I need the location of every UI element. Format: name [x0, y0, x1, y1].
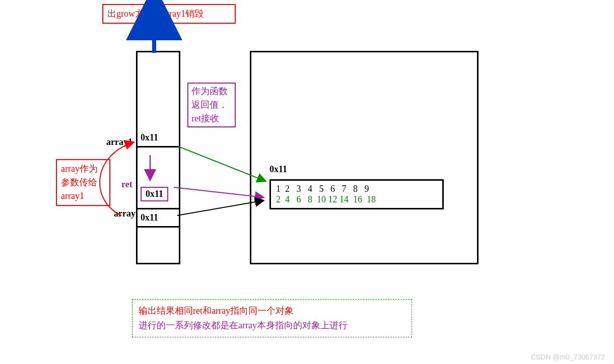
heap-row1: 1 2 3 4 5 6 7 8 9: [276, 184, 437, 194]
ret-note-line1: 作为函数: [191, 85, 232, 98]
stack-row-array: 0x11: [138, 209, 179, 228]
left-note-line2: 参数传给: [61, 176, 105, 189]
watermark: CSDN @m0_73067372: [531, 353, 605, 361]
bottom-line1: 输出结果相同ret和array指向同一个对象: [139, 304, 405, 318]
ret-value: 0x11: [146, 189, 163, 199]
ret-note-box: 作为函数 返回值， ret接收: [187, 83, 236, 127]
left-note-line1: array作为: [61, 162, 105, 176]
heap-addr: 0x11: [269, 164, 287, 175]
stack-array-value: 0x11: [141, 212, 158, 223]
stack-row-array1: 0x11: [138, 129, 179, 148]
label-ret: ret: [121, 179, 132, 190]
ret-note-line2: 返回值，: [191, 98, 232, 112]
ret-value-box: 0x11: [141, 187, 168, 201]
label-array1: array1: [106, 137, 132, 148]
heap-row2: 2 4 6 8 10 12 14 16 18: [276, 194, 437, 205]
stack-spacer-top: [138, 52, 179, 129]
heap-array-box: 1 2 3 4 5 6 7 8 9 2 4 6 8 10 12 14 16 18: [269, 179, 444, 209]
top-destroy-note: 出grow方法，array1销毁: [102, 4, 236, 24]
label-array: array: [114, 208, 135, 219]
left-param-note: array作为 参数传给 array1: [56, 159, 110, 206]
stack-frame: 0x11 0x11 0x11: [136, 51, 180, 264]
heap-frame: 0x11 1 2 3 4 5 6 7 8 9 2 4 6 8 10 12 14 …: [250, 51, 479, 264]
bottom-note-box: 输出结果相同ret和array指向同一个对象 进行的一系列修改都是在array本…: [132, 299, 412, 337]
ret-note-line3: ret接收: [191, 112, 232, 125]
stack-row-ret-cell: 0x11: [138, 148, 179, 209]
stack-spacer-bottom: [138, 228, 179, 263]
stack-array1-value: 0x11: [141, 132, 158, 143]
left-note-line3: array1: [61, 189, 105, 203]
bottom-line2: 进行的一系列修改都是在array本身指向的对象上进行: [139, 318, 405, 333]
top-destroy-text: 出grow方法，array1销毁: [107, 9, 203, 19]
